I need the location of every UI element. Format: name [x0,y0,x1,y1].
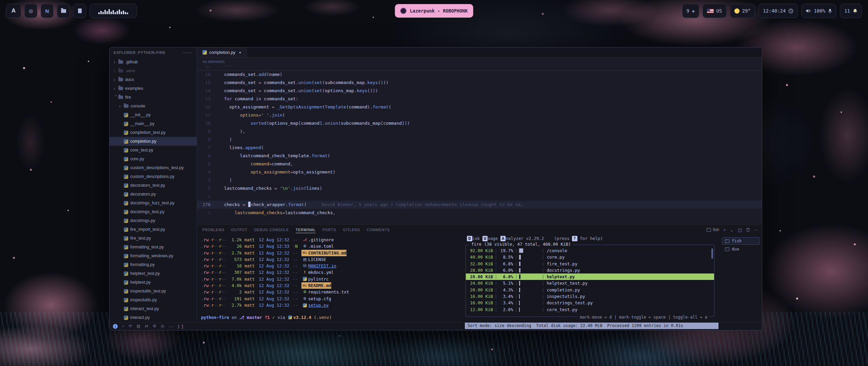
code-line[interactable]: 5 command=command, [197,160,762,168]
terminal-tab-fish[interactable]: fish [722,237,760,245]
keyboard-layout-widget[interactable]: US [703,4,727,18]
workspaces-widget[interactable]: 9 ◈ [682,4,699,18]
terminal-tab-dua[interactable]: dua [722,245,760,253]
tree-item-custom_descriptions.py[interactable]: custom_descriptions.py [110,172,197,181]
tree-item-helptext.py[interactable]: helptext.py [110,278,197,287]
tree-item-custom_descriptions_test.py[interactable]: custom_descriptions_test.py [110,163,197,172]
dua-row-docstrings_test.py[interactable]: 16.00 KiB|3.4%||docstrings_test.py [466,300,714,306]
dua-row-inspectutils.py[interactable]: 16.00 KiB|3.4%||inspectutils.py [466,293,714,300]
panel-tab-terminal[interactable]: TERMINAL [292,224,319,235]
code-line[interactable]: 13 for command in commands_set: [197,95,762,103]
code-line[interactable]: 1 [197,192,762,201]
new-terminal-icon[interactable]: + [723,227,726,232]
tree-item-interact_test.py[interactable]: interact_test.py [110,304,197,313]
tree-item-docs[interactable]: ›docs [110,75,197,84]
split-terminal-icon[interactable]: ◫ [738,227,742,232]
panel-more-icon[interactable]: ⋯ [754,227,758,232]
code-line[interactable]: 8 ) [197,136,762,144]
code-line[interactable]: 10 sorted(options_map[command].union(sub… [197,119,762,127]
tree-item-decorators.py[interactable]: decorators.py [110,190,197,199]
tab-completion-py[interactable]: completion.py ● [197,47,247,57]
tree-item-docstrings_fuzz_test.py[interactable]: docstrings_fuzz_test.py [110,199,197,207]
audio-visualizer[interactable] [90,4,137,18]
tree-item-.venv[interactable]: ›.venv [110,66,197,75]
nix-button[interactable]: N [41,4,54,18]
code-line[interactable]: 2 lastcommand_checks = '\n'.join(lines) [197,184,762,192]
search-icon[interactable] [122,324,124,329]
chevron-down-icon[interactable]: ⌄ [730,227,734,232]
code-line[interactable]: 15 commands_set = commands_set.union(set… [197,79,762,87]
tree-item-console[interactable]: ›console [110,102,197,110]
panel-tab-debug-console[interactable]: DEBUG CONSOLE [251,224,292,235]
panel-tab-problems[interactable]: PROBLEMS [199,224,228,235]
sync-icon[interactable] [129,324,132,329]
volume-widget[interactable]: 100% [801,4,836,18]
code-line[interactable]: 7 lines.append( [197,144,762,152]
dua-row-console[interactable]: 92.00 KiB|19.7%||/console [466,247,714,254]
dua-row-fire_test.py[interactable]: 32.00 KiB|6.8%||fire_test.py [466,261,714,267]
clock-widget[interactable]: 12:40:24 [758,4,798,18]
notes-button[interactable] [73,4,86,18]
code-line[interactable]: 17 """ [197,66,762,70]
tree-item-completion.py[interactable]: completion.py [110,137,197,146]
code-line[interactable]: 14 commands_set = commands_set.union(set… [197,87,762,95]
swap-icon[interactable] [145,324,148,329]
dua-row-helptext.py[interactable]: 28.00 KiB|6.0%||helptext.py [466,273,714,280]
code-line[interactable]: 4 opts_assignment=opts_assignment) [197,168,762,176]
tree-item-__init__.py[interactable]: __init__.py [110,110,197,119]
tree-item-core_test.py[interactable]: core_test.py [110,146,197,155]
terminal-profile-label[interactable]: fish [707,227,719,232]
modified-dot-icon[interactable]: ● [239,51,241,54]
explorer-more-icon[interactable]: ⋯ [183,50,193,55]
code-line[interactable]: 6 lastcommand_check_template.format( [197,152,762,160]
files-button[interactable] [57,4,70,18]
tree-item-fire_test.py[interactable]: fire_test.py [110,234,197,243]
code-line[interactable]: 11 options=' '.join( [197,111,762,119]
tree-item-decorators_test.py[interactable]: decorators_test.py [110,181,197,190]
tree-item-.github[interactable]: ›.github [110,58,197,66]
tree-item-docstrings_test.py[interactable]: docstrings_test.py [110,207,197,216]
panel-tab-ports[interactable]: PORTS [319,224,339,235]
dua-row-core.py[interactable]: 40.00 KiB|8.5%||core.py [466,254,714,260]
tree-item-inspectutils_test.py[interactable]: inspectutils_test.py [110,287,197,296]
tree-item-examples[interactable]: ›examples [110,84,197,93]
tree-item-interact.py[interactable]: interact.py [110,313,197,322]
code-line[interactable]: 3 ) [197,176,762,184]
terminal-output[interactable]: .rw-r--r--1.2kmatt12 Aug 12:32--.gitigno… [201,237,460,320]
target-icon[interactable] [161,324,164,329]
notifications-widget[interactable]: 11 [840,4,862,18]
tree-item-helptext_test.py[interactable]: helptext_test.py [110,269,197,278]
tree-item-docstrings.py[interactable]: docstrings.py [110,216,197,225]
breadcrumb[interactable]: no elements [197,58,762,66]
code-line[interactable]: 1 lastcommand_checks=lastcommand_checks, [197,209,762,217]
power-button[interactable]: ◎ [24,4,37,18]
code-editor[interactable]: 17 """16 commands_set.add(name)15 comman… [197,66,762,224]
kill-terminal-icon[interactable] [746,228,750,232]
panel-tab-output[interactable]: OUTPUT [228,224,251,235]
book-icon[interactable] [137,324,140,329]
remote-indicator-icon[interactable]: i [113,324,118,329]
tree-item-fire[interactable]: ›fire [110,93,197,102]
dua-row-completion.py[interactable]: 20.00 KiB|4.3%||completion.py [466,287,714,293]
tree-item-__main__.py[interactable]: __main__.py [110,119,197,128]
dua-row-core_test.py[interactable]: 12.00 KiB|2.6%||core_test.py [466,306,714,313]
tree-item-fire_import_test.py[interactable]: fire_import_test.py [110,225,197,234]
tree-item-formatting_windows.py[interactable]: formatting_windows.py [110,251,197,260]
music-widget[interactable]: Lazerpunk - ROBOPHONK [395,4,473,18]
code-line[interactable]: 9 ), [197,127,762,136]
dua-pane[interactable]: Disk Usage Analyzer v2.29.2 (press ? for… [465,235,718,323]
dua-scrollbar[interactable] [711,248,713,259]
panel-tab-gitlens[interactable]: GITLENS [339,224,363,235]
gear-icon[interactable] [153,324,156,329]
dua-row-helptext_test.py[interactable]: 24.00 KiB|5.1%||helptext_test.py [466,280,714,286]
panel-tab-comments[interactable]: COMMENTS [363,224,393,235]
tree-item-formatting_test.py[interactable]: formatting_test.py [110,243,197,251]
tree-item-completion_test.py[interactable]: completion_test.py [110,128,197,137]
code-line-current[interactable]: 176 checks = check_wrapper.format(David … [197,201,762,209]
code-line[interactable]: 12 opts_assignment = _GetOptsAssignmentT… [197,103,762,111]
more-icon[interactable] [169,324,173,329]
tree-item-formatting.py[interactable]: formatting.py [110,260,197,269]
weather-widget[interactable]: 29° [730,4,755,18]
tree-item-inspectutils.py[interactable]: inspectutils.py [110,296,197,304]
launcher-button[interactable]: A [6,4,21,18]
